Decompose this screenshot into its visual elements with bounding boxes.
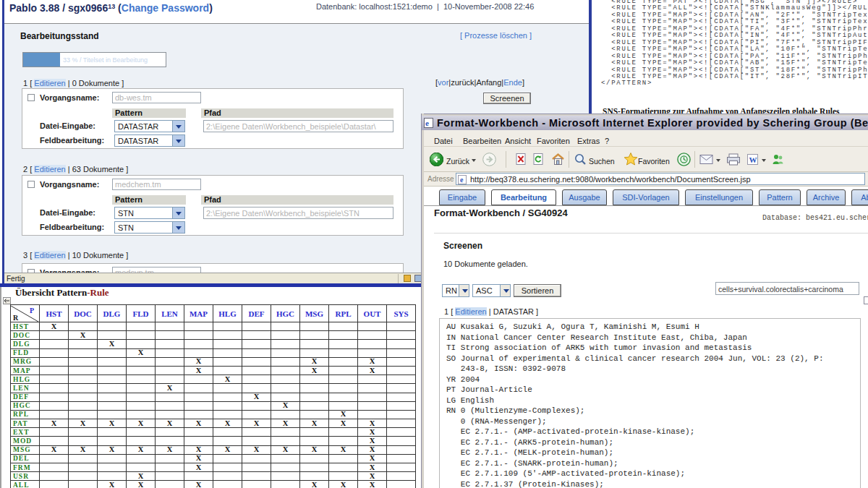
- svg-text:R: R: [13, 314, 19, 322]
- svg-text:P: P: [30, 307, 34, 314]
